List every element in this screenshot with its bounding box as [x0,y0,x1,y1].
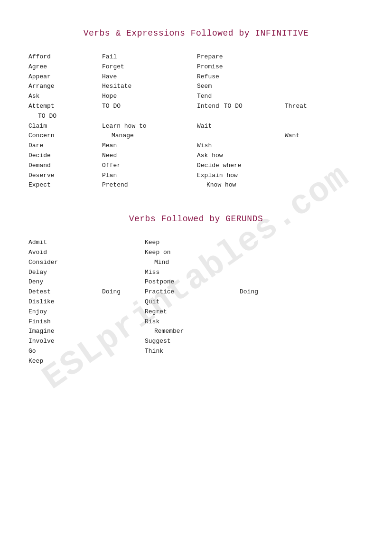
inf-row-9: Concern Manage Want [28,131,364,141]
inf-word: Want [285,132,299,139]
ger-row-4: Delay Miss [28,268,364,278]
inf-word: Seem [197,83,212,90]
inf-word: Wish [197,142,212,149]
ger-row-13: Keep [28,357,364,367]
inf-row-11: Decide Need Ask how [28,151,364,161]
gerunds-section: Verbs Followed by GERUNDS Admit Keep Avo… [28,214,364,366]
ger-word: Keep [145,239,159,246]
inf-word: Claim [28,122,47,130]
ger-row-1: Admit Keep [28,238,364,248]
ger-word: Avoid [28,249,47,256]
inf-word: Forget [102,63,124,70]
inf-word: Threat [285,103,307,110]
ger-word: Quit [145,298,159,305]
inf-word: Wait [197,122,212,130]
infinitive-title: Verbs & Expressions Followed by INFINITI… [28,28,364,38]
inf-word: Mean [102,142,117,149]
ger-word: Remember [145,328,184,335]
inf-word: Learn how to [102,122,147,130]
inf-word: Offer [102,162,121,169]
inf-row-12: Demand Offer Decide where [28,161,364,171]
inf-row-13: Deserve Plan Explain how [28,171,364,181]
inf-word: Ask how [197,152,223,159]
ger-word: Mind [145,259,169,266]
ger-word: Risk [145,318,159,325]
ger-row-9: Finish Risk [28,317,364,327]
inf-word: Have [102,73,117,80]
ger-word: Miss [145,269,159,276]
ger-word: Admit [28,239,47,246]
ger-row-8: Enjoy Regret [28,307,364,317]
inf-word: Know how [197,181,236,188]
inf-row-7: TO DO [28,112,364,122]
inf-row-5: Ask Hope Tend [28,92,364,102]
inf-word: Hope [102,93,117,100]
inf-word: Refuse [197,73,219,80]
inf-row-8: Claim Learn how to Wait [28,122,364,132]
inf-word: Expect [28,181,51,188]
ger-word: Go [28,348,36,355]
ger-row-3: Consider Mind [28,258,364,268]
inf-word: Need [102,152,117,159]
inf-row-6: Attempt TO DO Intend TO DO Threat [28,102,364,112]
inf-word: Manage [102,132,134,139]
ger-word: Suggest [145,338,171,345]
inf-word: Promise [197,63,223,70]
ger-word: Keep on [145,249,171,256]
ger-row-2: Avoid Keep on [28,248,364,258]
ger-word: Finish [28,318,51,325]
inf-word: Agree [28,63,47,70]
inf-word: Plan [102,172,117,179]
inf-row-4: Arrange Hesitate Seem [28,82,364,92]
inf-word: Deserve [28,172,55,179]
inf-word: Attempt [28,103,55,110]
ger-row-7: Dislike Quit [28,297,364,307]
ger-row-12: Go Think [28,347,364,357]
inf-word: Explain how [197,172,238,179]
inf-word: Intend [197,102,219,111]
inf-word: Decide [28,152,51,159]
inf-row-14: Expect Pretend Know how [28,180,364,190]
inf-word: Hesitate [102,83,131,90]
ger-word: Postpone [145,278,174,285]
inf-row-10: Dare Mean Wish [28,141,364,151]
inf-word: TO DO [224,102,243,111]
ger-word: Practice [145,288,174,295]
inf-word: Appear [28,73,51,80]
ger-word: Doing [240,288,258,295]
ger-word: Imagine [28,328,55,335]
inf-word: Decide where [197,162,242,169]
inf-word: Afford [28,53,51,60]
inf-word: Pretend [102,181,128,188]
ger-word: Delay [28,269,47,276]
ger-word: Involve [28,338,55,345]
inf-word: Concern [28,132,55,139]
inf-word: Ask [28,93,39,100]
inf-word: Tend [197,93,212,100]
ger-word: Regret [145,308,167,315]
inf-word: TO DO [28,113,56,120]
inf-word: TO DO [102,103,121,110]
inf-word: Demand [28,162,51,169]
inf-row-3: Appear Have Refuse [28,72,364,82]
inf-word: Prepare [197,53,223,60]
inf-row-1: Afford Fail Prepare [28,52,364,62]
ger-row-11: Involve Suggest [28,337,364,347]
inf-word: Arrange [28,83,55,90]
ger-word: Keep [28,357,43,365]
ger-word: Dislike [28,298,55,305]
ger-row-6: Detest Doing Practice Doing [28,287,364,297]
gerunds-title: Verbs Followed by GERUNDS [28,214,364,224]
ger-word: Detest [28,288,51,295]
infinitive-section: Verbs & Expressions Followed by INFINITI… [28,28,364,190]
ger-word: Enjoy [28,308,47,315]
ger-word: Think [145,348,163,355]
ger-row-10: Imagine Remember [28,327,364,337]
infinitive-grid: Afford Fail Prepare Agree Forget Promise… [28,52,364,190]
ger-word: Doing [102,288,121,295]
inf-word: Fail [102,53,117,60]
ger-row-5: Deny Postpone [28,277,364,287]
ger-word: Consider [28,259,58,266]
ger-word: Deny [28,278,43,285]
inf-word: Dare [28,142,43,149]
